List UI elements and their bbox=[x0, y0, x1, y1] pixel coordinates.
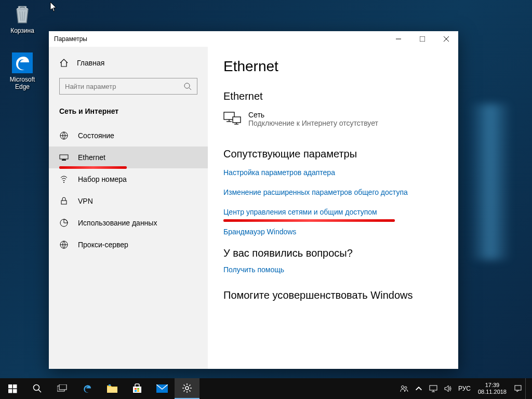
svg-point-12 bbox=[63, 182, 64, 183]
tray-notifications[interactable] bbox=[511, 378, 525, 399]
search-input[interactable] bbox=[59, 78, 197, 95]
svg-rect-40 bbox=[430, 385, 437, 390]
network-entry[interactable]: Сеть Подключение к Интернету отсутствует bbox=[223, 111, 443, 127]
data-usage-icon bbox=[59, 218, 69, 228]
close-button[interactable] bbox=[434, 31, 458, 47]
sidebar-category: Сеть и Интернет bbox=[49, 107, 208, 125]
sidebar-item-proxy[interactable]: Прокси-сервер bbox=[49, 234, 208, 256]
chevron-up-icon bbox=[415, 384, 423, 393]
clock-time: 17:39 bbox=[485, 382, 500, 389]
svg-rect-32 bbox=[135, 388, 137, 390]
taskbar-edge[interactable] bbox=[75, 378, 100, 399]
sidebar-item-label: Набор номера bbox=[78, 175, 127, 183]
windows-icon bbox=[8, 384, 17, 393]
home-label: Главная bbox=[77, 59, 104, 67]
svg-rect-23 bbox=[13, 384, 17, 389]
svg-point-37 bbox=[185, 387, 189, 390]
network-name: Сеть bbox=[248, 111, 378, 119]
svg-line-27 bbox=[38, 390, 41, 392]
link-advanced-sharing[interactable]: Изменение расширенных параметров общего … bbox=[223, 188, 443, 196]
mouse-cursor bbox=[50, 2, 57, 12]
tray-volume[interactable] bbox=[441, 378, 455, 399]
svg-rect-24 bbox=[8, 389, 12, 393]
search-button[interactable] bbox=[25, 378, 50, 399]
sidebar-item-ethernet[interactable]: Ethernet bbox=[49, 147, 208, 168]
svg-rect-43 bbox=[515, 385, 521, 390]
home-button[interactable]: Главная bbox=[49, 58, 208, 78]
tray-language[interactable]: РУС bbox=[455, 378, 474, 399]
sidebar-item-label: Прокси-сервер bbox=[78, 241, 128, 249]
sidebar-item-data-usage[interactable]: Использование данных bbox=[49, 212, 208, 234]
sidebar-item-vpn[interactable]: VPN bbox=[49, 190, 208, 212]
clock-date: 08.11.2018 bbox=[478, 389, 507, 395]
sidebar-item-label: Состояние bbox=[78, 131, 114, 140]
taskbar: РУС 17:39 08.11.2018 bbox=[0, 378, 532, 399]
svg-point-38 bbox=[401, 386, 404, 389]
svg-rect-33 bbox=[137, 388, 139, 390]
tray-network[interactable] bbox=[426, 378, 441, 399]
tray-people[interactable] bbox=[397, 378, 411, 399]
svg-point-39 bbox=[405, 387, 407, 389]
task-view-icon bbox=[57, 384, 68, 393]
svg-point-6 bbox=[184, 83, 190, 88]
desktop-icon-edge[interactable]: Microsoft Edge bbox=[3, 52, 42, 90]
svg-rect-13 bbox=[61, 201, 66, 204]
link-get-help[interactable]: Получить помощь bbox=[223, 265, 443, 274]
svg-rect-30 bbox=[107, 387, 117, 393]
minimize-button[interactable] bbox=[387, 31, 410, 47]
search-field[interactable] bbox=[65, 83, 183, 90]
sidebar-item-label: Ethernet bbox=[78, 153, 105, 162]
tray-clock[interactable]: 17:39 08.11.2018 bbox=[474, 378, 511, 399]
desktop-icon-label: Корзина bbox=[3, 27, 42, 34]
start-button[interactable] bbox=[0, 378, 25, 399]
svg-rect-3 bbox=[420, 36, 425, 42]
sidebar-item-dialup[interactable]: Набор номера bbox=[49, 168, 208, 190]
questions-title: У вас появились вопросы? bbox=[223, 247, 443, 259]
edge-icon bbox=[11, 52, 33, 74]
link-adapter-settings[interactable]: Настройка параметров адаптера bbox=[223, 168, 443, 177]
search-icon bbox=[33, 384, 42, 393]
search-icon bbox=[183, 82, 192, 90]
show-desktop[interactable] bbox=[525, 378, 532, 399]
taskbar-settings[interactable] bbox=[175, 378, 200, 399]
sidebar-item-status[interactable]: Состояние bbox=[49, 125, 208, 147]
settings-window: Параметры Главная Сеть и Интернет Состоя… bbox=[49, 31, 458, 369]
sidebar: Главная Сеть и Интернет Состояние Ethern… bbox=[49, 47, 208, 369]
section-ethernet-title: Ethernet bbox=[223, 90, 443, 102]
edge-icon bbox=[82, 383, 93, 394]
taskbar-store[interactable] bbox=[125, 378, 150, 399]
dialup-icon bbox=[59, 175, 69, 184]
system-tray: РУС 17:39 08.11.2018 bbox=[397, 378, 532, 399]
related-links: Настройка параметров адаптера Изменение … bbox=[223, 168, 443, 236]
tray-chevron-up[interactable] bbox=[411, 378, 426, 399]
svg-rect-9 bbox=[60, 155, 68, 159]
sidebar-item-label: Использование данных bbox=[78, 219, 157, 227]
home-icon bbox=[59, 58, 69, 68]
sidebar-item-label: VPN bbox=[78, 197, 93, 205]
maximize-button[interactable] bbox=[410, 31, 434, 47]
taskbar-explorer[interactable] bbox=[100, 378, 125, 399]
link-firewall[interactable]: Брандмауэр Windows bbox=[223, 228, 443, 236]
task-view-button[interactable] bbox=[50, 378, 75, 399]
svg-rect-25 bbox=[13, 389, 17, 393]
notification-icon bbox=[514, 384, 522, 393]
speaker-icon bbox=[444, 384, 452, 393]
svg-rect-22 bbox=[8, 384, 12, 389]
main-panel: Ethernet Ethernet Сеть Подключение к Инт… bbox=[208, 47, 458, 369]
vpn-icon bbox=[59, 196, 69, 206]
monitor-icon bbox=[429, 384, 437, 393]
taskbar-mail[interactable] bbox=[150, 378, 175, 399]
svg-point-26 bbox=[34, 385, 39, 391]
titlebar[interactable]: Параметры bbox=[49, 31, 458, 47]
monitor-icon bbox=[223, 112, 241, 125]
gear-icon bbox=[182, 383, 192, 393]
recycle-bin-icon bbox=[11, 3, 33, 25]
globe-icon bbox=[59, 131, 69, 140]
window-title: Параметры bbox=[54, 35, 87, 43]
improve-title: Помогите усовершенствовать Windows bbox=[223, 289, 443, 301]
desktop-icon-label: Microsoft Edge bbox=[3, 76, 42, 90]
link-network-center[interactable]: Центр управления сетями и общим доступом bbox=[223, 208, 443, 216]
page-title: Ethernet bbox=[223, 58, 443, 75]
close-icon bbox=[444, 36, 449, 42]
desktop-icon-recycle-bin[interactable]: Корзина bbox=[3, 3, 42, 34]
